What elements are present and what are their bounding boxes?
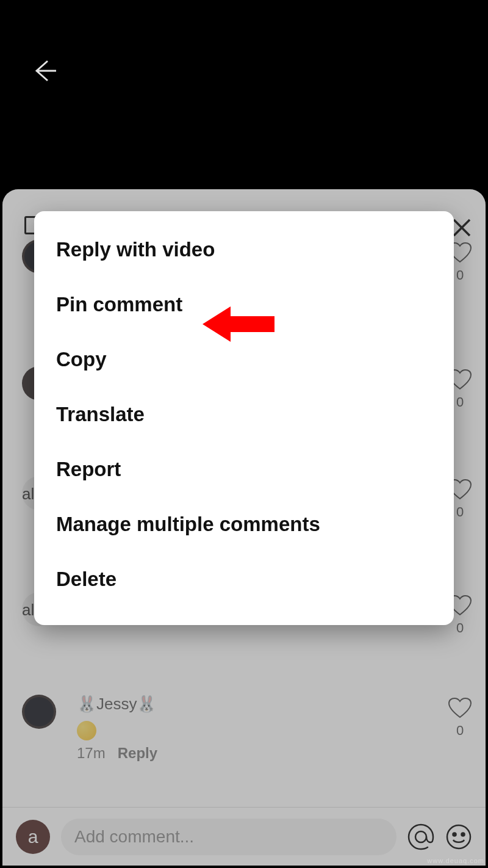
svg-marker-4 <box>203 306 274 342</box>
menu-translate[interactable]: Translate <box>34 387 454 442</box>
annotation-arrow-icon <box>203 303 276 345</box>
comment-context-menu: Reply with video Pin comment Copy Transl… <box>34 211 454 625</box>
menu-reply-with-video[interactable]: Reply with video <box>34 222 454 277</box>
menu-manage-multiple[interactable]: Manage multiple comments <box>34 497 454 552</box>
menu-report[interactable]: Report <box>34 442 454 497</box>
watermark: www.deuaq.com <box>427 857 484 864</box>
screen: 0 0 al 0 al 0 <box>0 0 488 868</box>
video-area <box>0 0 488 189</box>
menu-delete[interactable]: Delete <box>34 552 454 607</box>
back-button[interactable] <box>29 56 59 85</box>
arrow-left-icon <box>29 56 59 85</box>
